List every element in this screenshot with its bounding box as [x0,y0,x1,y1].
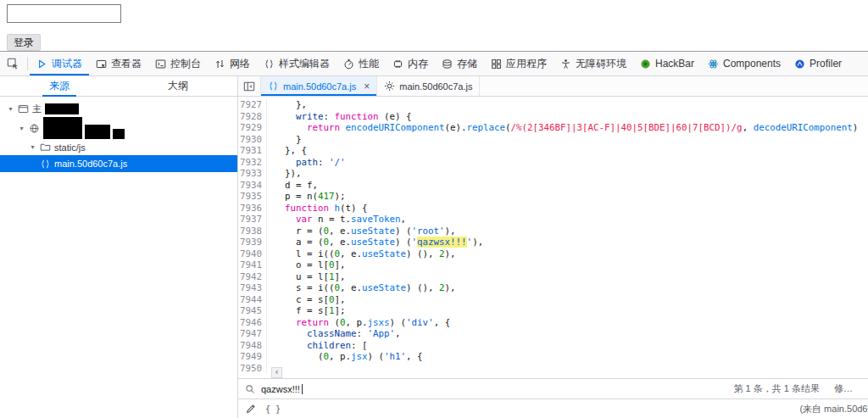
toolbox-tab-label: 性能 [359,57,379,71]
code-text: u = l[1], [274,271,346,283]
code-line: 7936 function h(t) { [238,203,868,215]
toolbox-tab-network[interactable]: 网络 [208,52,257,75]
toolbox-tab-label: 样式编辑器 [279,57,330,71]
pretty-print-button[interactable]: { } [265,404,281,414]
toolbox-tab-label: 内存 [408,57,428,71]
line-number[interactable]: 7932 [238,157,267,169]
profiler-icon [794,59,805,70]
toolbox-tab-label: 查看器 [111,57,142,71]
line-number[interactable]: 7929 [238,122,267,134]
toolbox-tab-application[interactable]: 应用程序 [484,52,554,75]
toolbox-tab-storage[interactable]: 存储 [435,52,484,75]
line-number[interactable]: 7944 [238,294,267,306]
line-number[interactable]: 7927 [238,99,267,111]
code-line: 7943 s = i((0, e.useState) (), 2), [238,282,868,294]
collapse-sidebar-button[interactable] [238,76,261,96]
expand-arrow-icon[interactable]: ▾ [18,125,25,132]
source-tree-item-staticjs[interactable]: ▾static/js [0,139,237,155]
line-number[interactable]: 7946 [238,317,267,329]
toolbox-tab-inspector[interactable]: 查看器 [89,52,148,75]
code-text: }, { [274,145,307,157]
devtools: 调试器查看器控制台网络样式编辑器性能内存存储应用程序无障碍环境HackBarCo… [0,51,868,418]
close-tab-icon[interactable]: × [364,81,370,92]
code-line: 7947 className: 'App', [238,328,868,340]
page-text-input[interactable] [7,4,121,23]
toolbox-tab-label: 调试器 [52,57,82,71]
webpage-content: 登录 [0,0,868,51]
line-number[interactable]: 7942 [238,271,267,283]
style-editor-icon [264,59,275,70]
expand-arrow-icon[interactable]: ▾ [29,143,36,151]
toolbox-tab-debugger[interactable]: 调试器 [30,52,89,75]
devtools-toolbar: 调试器查看器控制台网络样式编辑器性能内存存储应用程序无障碍环境HackBarCo… [0,52,868,76]
code-line: 7938 r = (0, e.useState) ('root'), [238,226,868,237]
hackbar-icon [640,59,651,70]
toolbox-tab-style-editor[interactable]: 样式编辑器 [257,52,337,75]
application-icon [491,59,502,70]
pick-element-button[interactable] [0,52,25,75]
toolbox-tab-profiler[interactable]: Profiler [787,52,849,75]
source-tree-item-[interactable]: ▾主 [0,101,237,117]
globe-icon [29,123,40,134]
source-tab-mapped[interactable]: main.50d60c7a.js [377,76,480,96]
source-tab-active[interactable]: main.50d60c7a.js× [261,76,377,96]
code-text: d = f, [274,180,318,192]
redacted-text [45,103,79,114]
code-line: 7948 children: [ [238,340,868,352]
toolbar-separator [27,57,28,70]
search-input[interactable]: qazwsx!!! [261,384,300,394]
code-line: 7935 p = n(417); [238,191,868,203]
line-number[interactable]: 7930 [238,134,267,146]
storage-icon [442,59,453,70]
source-tree-item[interactable]: ▾ [0,117,237,139]
line-number[interactable]: 7947 [238,328,267,340]
source-tree-item-main.50d60c7a.js[interactable]: main.50d60c7a.js [0,155,237,172]
memory-icon [392,59,403,70]
line-number[interactable]: 7949 [238,351,267,363]
code-text: className: 'App', [274,328,401,340]
tree-item-label: main.50d60c7a.js [54,159,127,169]
search-modifiers-label[interactable]: 修饰符 [834,382,861,395]
code-line: 7928 write: function (e) { [238,111,868,123]
toolbox-tab-memory[interactable]: 内存 [386,52,435,75]
line-number[interactable]: 7938 [238,226,267,237]
toolbox-tab-accessibility[interactable]: 无障碍环境 [554,52,633,75]
code-line: 7930 } [238,134,868,146]
text-caret [302,384,303,394]
line-number[interactable]: 7939 [238,237,267,248]
toolbox-tab-components[interactable]: Components [701,52,787,75]
line-number[interactable]: 7937 [238,214,267,226]
login-button[interactable]: 登录 [7,34,41,51]
line-number[interactable]: 7931 [238,145,267,157]
folder-icon [40,142,51,153]
code-text: }), [274,168,302,180]
line-number[interactable]: 7945 [238,305,267,317]
expand-arrow-icon[interactable]: ▾ [7,105,14,113]
toolbox-tab-label: 无障碍环境 [576,57,626,71]
line-number[interactable]: 7934 [238,180,267,192]
editor-pane: main.50d60c7a.js×main.50d60c7a.js 7927 }… [238,76,868,418]
line-number[interactable]: 7948 [238,340,267,352]
toolbox-tab-hackbar[interactable]: HackBar [633,52,701,75]
blackbox-source-icon[interactable] [245,403,257,415]
line-number[interactable]: 7928 [238,111,267,123]
line-number[interactable]: 7943 [238,282,267,294]
scroll-left-button[interactable]: ‹ [271,367,282,378]
line-number[interactable]: 7935 [238,191,267,203]
code-line: 7927 }, [238,99,868,111]
line-number[interactable]: 7936 [238,203,267,215]
code-editor[interactable]: 7927 },7928 write: function (e) {7929 re… [238,97,868,378]
horizontal-scrollbar[interactable]: ‹ [238,367,868,378]
line-number[interactable]: 7933 [238,168,267,180]
console-icon [155,59,166,70]
toolbox-tab-performance[interactable]: 性能 [337,52,386,75]
tab-outline[interactable]: 大纲 [119,76,237,96]
editor-footer: { } (来自 main.50d60c7a.js) [238,398,868,418]
tab-sources[interactable]: 来源 [0,76,119,96]
line-number[interactable]: 7940 [238,248,267,260]
source-tab-label: main.50d60c7a.js [283,81,356,92]
network-icon [214,59,225,70]
braces-icon [268,81,279,92]
toolbox-tab-console[interactable]: 控制台 [148,52,208,75]
line-number[interactable]: 7941 [238,259,267,271]
